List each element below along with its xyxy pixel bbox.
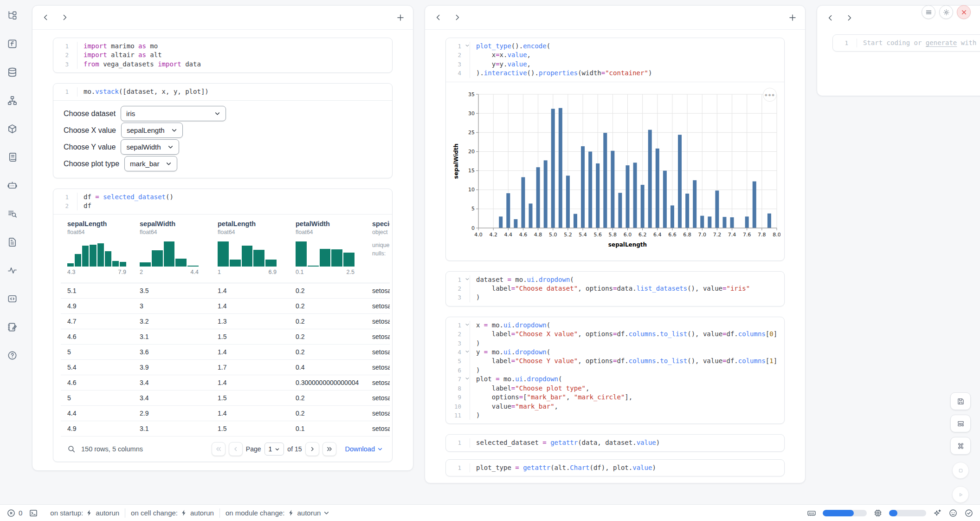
imports-cell[interactable]: 1import marimo as mo2import altair as al… <box>53 38 393 73</box>
last-page-button[interactable] <box>322 442 336 456</box>
code-line[interactable]: 2import altair as alt <box>53 51 392 59</box>
layout-button[interactable] <box>950 415 971 432</box>
code-line[interactable]: 5 label="Choose Y value", options=df.col… <box>446 357 784 365</box>
settings-button[interactable] <box>939 5 953 19</box>
code-line[interactable]: 8 label="Choose plot type", <box>446 384 784 393</box>
code-line[interactable]: 1selected_dataset = getattr(data, datase… <box>446 438 784 447</box>
code-line[interactable]: 2 label="Choose X value", options=df.col… <box>446 330 784 339</box>
tracing-icon[interactable] <box>7 265 18 276</box>
plot-cell[interactable]: 1plot_type().encode(2 x=x.value,3 y=y.va… <box>445 38 785 261</box>
code-line[interactable]: 2 x=x.value, <box>446 51 784 59</box>
code-line[interactable]: 3) <box>446 339 784 348</box>
column-histogram[interactable] <box>296 240 355 267</box>
column-header-petalLength[interactable]: petalLengthfloat6416.9 <box>218 220 277 275</box>
code-line[interactable]: 10 value="mark_bar", <box>446 402 784 411</box>
column-histogram[interactable] <box>67 240 126 267</box>
table-row[interactable]: 4.63.11.50.2setosa <box>61 329 390 345</box>
keyboard-shortcuts-button[interactable] <box>950 437 971 455</box>
column-header-species[interactable]: speciesobjectunique:nulls: <box>372 220 390 258</box>
error-indicator[interactable]: 0 <box>6 508 22 518</box>
table-row[interactable]: 5.43.91.70.4setosa <box>61 360 390 375</box>
code-line[interactable]: 2 label="Choose dataset", options=data.l… <box>446 284 784 293</box>
dataset-dropdown-cell[interactable]: 1dataset = mo.ui.dropdown(2 label="Choos… <box>445 271 785 306</box>
new-cell-editor[interactable]: 1 Start coding or generate with AI <box>832 34 980 52</box>
code-line[interactable]: 1plot_type = getattr(alt.Chart(df), plot… <box>446 463 784 472</box>
table-row[interactable]: 53.61.40.2setosa <box>61 345 390 360</box>
scratchpad-icon[interactable] <box>7 322 18 332</box>
chat-icon[interactable] <box>7 180 18 191</box>
help-icon[interactable] <box>7 350 18 361</box>
column-move-right-button[interactable] <box>453 13 461 21</box>
code-line[interactable]: 9 options=["mark_bar", "mark_circle"], <box>446 393 784 402</box>
code-line[interactable]: 6) <box>446 366 784 375</box>
variables-icon[interactable] <box>7 208 18 219</box>
column-histogram[interactable] <box>140 240 199 267</box>
code-line[interactable]: 3) <box>446 293 784 302</box>
x-value-select[interactable]: sepalLength <box>121 123 183 138</box>
download-button[interactable]: Download <box>345 445 383 453</box>
chart-actions-button[interactable]: ●●● <box>763 88 777 102</box>
column-header-sepalWidth[interactable]: sepalWidthfloat6424.4 <box>140 220 199 275</box>
cpu-usage-meter[interactable] <box>889 510 926 516</box>
memory-usage-meter[interactable] <box>823 510 867 516</box>
code-line[interactable]: 11) <box>446 411 784 420</box>
table-row[interactable]: 4.63.41.40.3000000000000004setosa <box>61 375 390 391</box>
code-line[interactable]: 4).interactive().properties(width="conta… <box>446 69 784 78</box>
runtime-config-3[interactable]: on module change:autorun <box>220 509 335 517</box>
table-row[interactable]: 53.41.50.2setosa <box>61 391 390 406</box>
code-line[interactable]: 2df <box>53 202 392 210</box>
file-tree-icon[interactable] <box>7 10 18 21</box>
packages-icon[interactable] <box>7 124 18 134</box>
stop-button[interactable] <box>952 462 969 479</box>
marimo-function-icon[interactable] <box>7 39 18 49</box>
run-button[interactable] <box>952 486 969 503</box>
copilot-icon[interactable] <box>948 508 958 518</box>
vstack-cell[interactable]: 1mo.vstack([dataset, x, y, plot]) Choose… <box>53 83 393 178</box>
documentation-icon[interactable] <box>7 152 18 163</box>
outline-icon[interactable] <box>7 237 18 247</box>
add-cell-button[interactable] <box>788 13 797 22</box>
code-line[interactable]: 1mo.vstack([dataset, x, y, plot]) <box>53 87 392 96</box>
page-select[interactable]: 1 <box>264 443 284 456</box>
plot-type-select[interactable]: mark_bar <box>124 156 177 171</box>
column-move-left-button[interactable] <box>826 14 834 22</box>
next-page-button[interactable] <box>305 442 319 456</box>
code-line[interactable]: 1import marimo as mo <box>53 42 392 51</box>
column-histogram[interactable] <box>218 240 277 267</box>
code-line[interactable]: 1x = mo.ui.dropdown( <box>446 321 784 330</box>
column-move-right-button[interactable] <box>61 13 69 21</box>
dataframe-cell[interactable]: 1df = selected_dataset()2df sepalLengthf… <box>53 189 393 462</box>
generate-with-ai-link[interactable]: generate <box>926 39 957 46</box>
code-line[interactable]: 3 y=y.value, <box>446 60 784 69</box>
prev-page-button[interactable] <box>229 442 243 456</box>
datasources-icon[interactable] <box>7 67 18 78</box>
dataframe-table[interactable]: sepalLengthfloat644.37.9sepalWidthfloat6… <box>61 220 390 436</box>
dependency-graph-icon[interactable] <box>7 95 18 106</box>
runtime-config-2[interactable]: on cell change:autorun <box>125 509 219 517</box>
column-move-left-button[interactable] <box>42 13 50 21</box>
add-cell-button[interactable] <box>396 13 405 22</box>
column-move-right-button[interactable] <box>845 14 853 22</box>
save-button[interactable] <box>950 392 971 410</box>
ai-sparkles-icon[interactable] <box>933 508 942 518</box>
xy-dropdowns-cell[interactable]: 1x = mo.ui.dropdown(2 label="Choose X va… <box>445 317 785 424</box>
column-header-petalWidth[interactable]: petalWidthfloat640.12.5 <box>296 220 355 275</box>
shutdown-button[interactable] <box>957 5 971 19</box>
code-line[interactable]: 1df = selected_dataset() <box>53 193 392 202</box>
table-row[interactable]: 4.42.91.40.2setosa <box>61 406 390 421</box>
table-row[interactable]: 4.931.40.2setosa <box>61 299 390 314</box>
code-line[interactable]: 4y = mo.ui.dropdown( <box>446 348 784 357</box>
first-page-button[interactable] <box>212 442 226 456</box>
column-move-left-button[interactable] <box>434 13 442 21</box>
snippets-icon[interactable] <box>7 293 18 304</box>
dataset-select[interactable]: iris <box>121 106 226 121</box>
search-icon[interactable] <box>67 445 76 453</box>
altair-chart[interactable]: 4.04.24.44.64.85.05.25.45.65.86.06.26.46… <box>451 89 780 249</box>
table-row[interactable]: 5.13.51.40.2setosa <box>61 283 390 299</box>
code-line[interactable]: 3from vega_datasets import data <box>53 60 392 69</box>
table-row[interactable]: 4.73.21.30.2setosa <box>61 314 390 329</box>
table-row[interactable]: 4.93.11.50.1setosa <box>61 421 390 436</box>
terminal-icon[interactable] <box>29 508 38 518</box>
connection-status-icon[interactable] <box>964 508 974 518</box>
y-value-select[interactable]: sepalWidth <box>121 139 179 155</box>
